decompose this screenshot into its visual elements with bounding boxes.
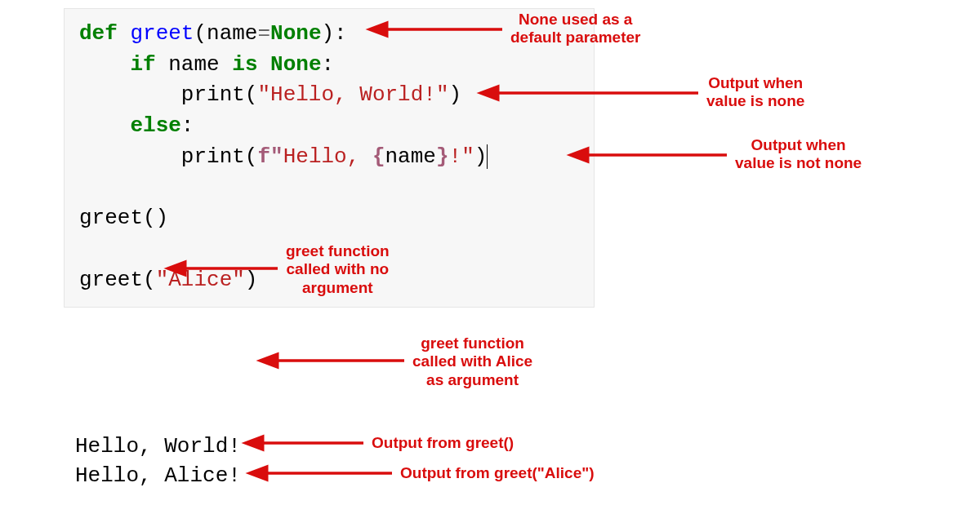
annotation-call-alice: greet function called with Alice as argu…: [412, 335, 532, 389]
annotation-output-alice: Output from greet("Alice"): [400, 464, 595, 482]
annotation-output-not-none: Output when value is not none: [735, 136, 862, 173]
annotation-output-none: Output when value is none: [706, 74, 804, 111]
annotation-output-greet: Output from greet(): [372, 434, 514, 452]
annotation-default-param: None used as a default parameter: [510, 11, 640, 47]
annotation-call-noarg: greet function called with no argument: [286, 242, 390, 297]
